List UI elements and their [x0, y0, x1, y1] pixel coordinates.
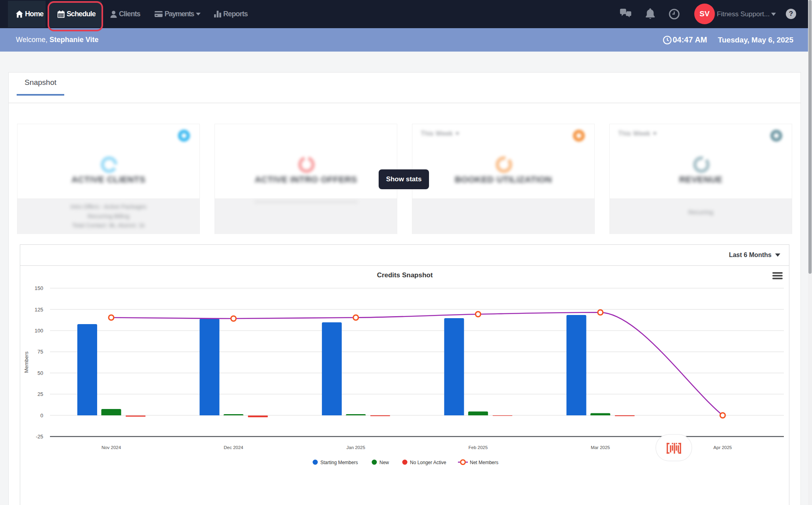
- svg-text:125: 125: [34, 307, 43, 313]
- svg-text:Members: Members: [23, 351, 29, 373]
- svg-text:50: 50: [38, 370, 43, 376]
- svg-text:75: 75: [38, 349, 43, 355]
- svg-text:25: 25: [38, 391, 43, 397]
- svg-text:Mar 2025: Mar 2025: [591, 445, 610, 450]
- svg-text:-25: -25: [36, 434, 43, 440]
- svg-text:New: New: [379, 460, 389, 465]
- svg-text:Dec 2024: Dec 2024: [224, 445, 243, 450]
- svg-text:Credits Snapshot: Credits Snapshot: [377, 271, 433, 279]
- svg-text:Net Members: Net Members: [470, 460, 498, 465]
- svg-text:Starting Members: Starting Members: [320, 460, 358, 465]
- svg-text:150: 150: [34, 285, 43, 291]
- svg-text:Feb 2025: Feb 2025: [468, 445, 488, 450]
- svg-text:Nov 2024: Nov 2024: [102, 445, 121, 450]
- svg-text:0: 0: [40, 413, 43, 419]
- svg-text:No Longer Active: No Longer Active: [410, 460, 446, 465]
- svg-text:100: 100: [34, 328, 43, 334]
- svg-text:Jan 2025: Jan 2025: [347, 445, 365, 450]
- svg-text:Apr 2025: Apr 2025: [713, 445, 732, 450]
